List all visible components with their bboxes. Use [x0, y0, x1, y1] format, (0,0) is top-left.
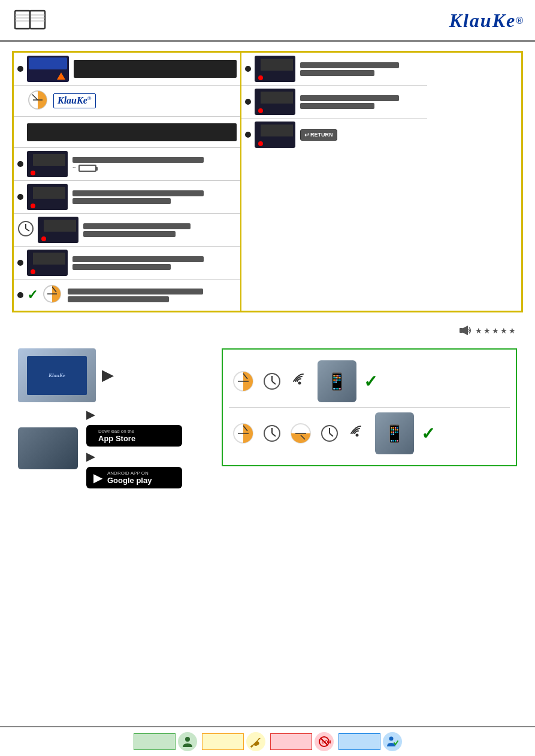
- nfc-signal-icon-1: [289, 371, 310, 392]
- device-image-5: [27, 184, 68, 210]
- page-rating: ★★★★★: [458, 324, 517, 336]
- half-circle-nfc-2b: [289, 421, 313, 445]
- nfc-section: 📱 ✓: [222, 348, 517, 466]
- check-mark-1: ✓: [364, 372, 377, 391]
- svg-marker-19: [463, 326, 468, 335]
- half-circle-nfc-2a: [231, 421, 255, 445]
- klauke-brand-logo: KlauKe®: [449, 10, 523, 32]
- footer-item-yellow: [202, 732, 265, 751]
- bullet-7: [17, 260, 23, 266]
- half-circle-nfc-1: [231, 369, 255, 393]
- svg-rect-0: [15, 11, 30, 29]
- check-icon-8: ✓: [27, 287, 38, 303]
- bullet-r1: [245, 66, 251, 72]
- instruction-right-row-1: [241, 53, 427, 86]
- text-bars-6: [83, 223, 237, 237]
- bullet-r2: [245, 99, 251, 105]
- device-image-r2: [255, 89, 295, 115]
- clock-icon-nfc-1: [262, 372, 282, 391]
- klauke-display-logo: KlauKe®: [53, 93, 96, 108]
- svg-rect-18: [460, 328, 463, 333]
- footer-item-green: [134, 732, 197, 751]
- device-image-6: [38, 217, 78, 243]
- phone-hand-image-1: 📱: [318, 360, 356, 402]
- footer-blue-box: [338, 733, 380, 750]
- footer-item-blue: [338, 732, 402, 751]
- app-store-button[interactable]: Download on the App Store: [86, 425, 182, 447]
- app-download-section: KlauKe ▶ ▶ Download on the App Store: [18, 348, 210, 488]
- instruction-right-row-2: [241, 86, 427, 119]
- text-block-1: [74, 60, 237, 78]
- arrow-icon-google: ▶: [86, 450, 182, 463]
- laptop-download-row: KlauKe ▶: [18, 348, 210, 402]
- footer-item-red: DON'T: [270, 732, 334, 751]
- bottom-section: KlauKe ▶ ▶ Download on the App Store: [12, 348, 523, 488]
- bullet-4: [17, 161, 23, 167]
- svg-line-11: [32, 94, 38, 99]
- footer-red-box: [270, 733, 312, 750]
- instruction-row-4: ~: [14, 148, 240, 181]
- svg-text:DON'T: DON'T: [322, 740, 331, 744]
- footer-green-box: [134, 733, 176, 750]
- check-mark-2: ✓: [421, 424, 435, 444]
- arrow-icon-appstore: ▶: [86, 408, 182, 421]
- device-battery-image: [27, 151, 68, 177]
- instruction-row-2: KlauKe®: [14, 86, 240, 117]
- app-store-text: Download on the App Store: [98, 429, 135, 443]
- arrow-icon-laptop: ▶: [102, 367, 113, 384]
- book-icon: [12, 6, 48, 35]
- speaker-icon: [458, 324, 473, 336]
- battery-text-area: ~: [72, 157, 237, 172]
- phone-hand-image-2: 📱: [375, 412, 414, 454]
- svg-line-32: [272, 433, 276, 436]
- svg-point-40: [185, 737, 190, 742]
- device-image-r3: [255, 122, 295, 148]
- text-block-3: [27, 123, 237, 141]
- svg-point-26: [298, 382, 301, 385]
- star-rating: ★★★★★: [475, 326, 517, 335]
- half-circle-icon-1: [27, 89, 49, 113]
- instruction-row-8: ✓: [14, 280, 240, 311]
- svg-point-45: [389, 737, 393, 741]
- instruction-left-column: KlauKe® ~: [14, 53, 241, 311]
- google-play-button[interactable]: ▶ ANDROID APP ON Google play: [86, 467, 182, 488]
- instruction-row-6: [14, 214, 240, 247]
- footer-check-person-icon: [383, 732, 402, 751]
- clock-icon-nfc-2a: [262, 424, 282, 443]
- phone-download-row: ▶ Download on the App Store ▶ ▶ ANDROID …: [18, 408, 210, 488]
- device-image-r1: [255, 56, 295, 82]
- instruction-row-7: [14, 247, 240, 280]
- footer-wrench-icon: [246, 732, 265, 751]
- text-bars-r1: [300, 62, 424, 76]
- bullet-8: [17, 292, 23, 298]
- svg-line-25: [272, 381, 276, 384]
- main-content: KlauKe® ~: [0, 42, 535, 497]
- page-number-area: ★★★★★: [12, 324, 523, 336]
- device-cloth-image: [27, 56, 69, 82]
- text-bars-8: [68, 289, 237, 302]
- instruction-row-5: [14, 181, 240, 214]
- page-footer: DON'T: [0, 726, 535, 756]
- footer-yellow-box: [202, 733, 244, 750]
- device-image-7: [27, 250, 68, 276]
- laptop-screen: KlauKe: [27, 356, 87, 395]
- nfc-signal-icon-2: [346, 423, 368, 444]
- nfc-row-1: 📱 ✓: [229, 356, 510, 408]
- google-play-icon: ▶: [93, 470, 102, 485]
- return-button-display: ↵ RETURN: [300, 129, 337, 141]
- svg-point-39: [356, 434, 359, 437]
- google-play-text: ANDROID APP ON Google play: [107, 470, 152, 485]
- instruction-box: KlauKe® ~: [12, 51, 523, 312]
- instruction-right-row-3: ↵ RETURN: [241, 119, 427, 151]
- instruction-row-3: [14, 117, 240, 148]
- footer-person-icon: [178, 732, 197, 751]
- nfc-row-2: 📱 ✓: [229, 408, 510, 459]
- laptop-image: KlauKe: [18, 348, 96, 402]
- svg-rect-1: [30, 11, 45, 29]
- page-header: KlauKe®: [0, 0, 535, 42]
- phone-image: [18, 427, 78, 469]
- svg-line-38: [330, 433, 333, 436]
- half-circle-icon-8: [41, 283, 63, 307]
- text-bars-7: [72, 256, 237, 270]
- instruction-row-1: [14, 53, 240, 86]
